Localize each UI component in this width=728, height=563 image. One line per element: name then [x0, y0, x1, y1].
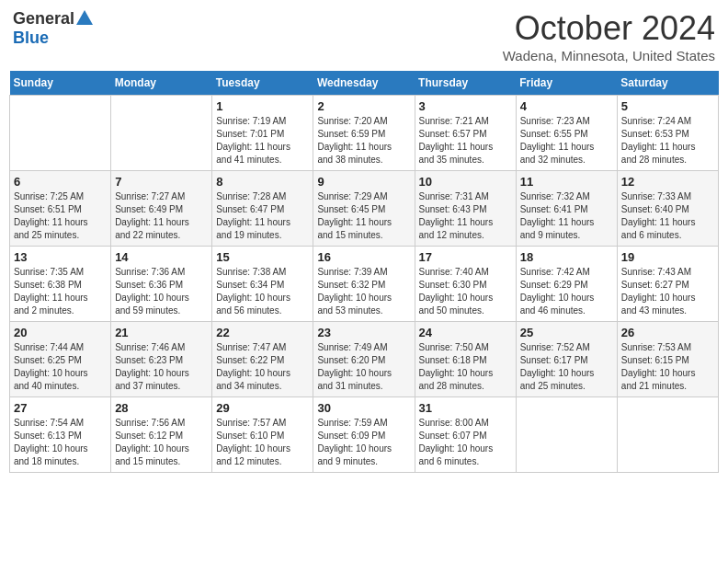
calendar-cell: 10Sunrise: 7:31 AM Sunset: 6:43 PM Dayli… [415, 171, 516, 247]
day-detail: Sunrise: 7:49 AM Sunset: 6:20 PM Dayligh… [317, 341, 410, 393]
logo-general-text: General [13, 9, 74, 29]
day-number: 15 [216, 250, 309, 264]
col-wednesday: Wednesday [313, 71, 415, 96]
day-number: 13 [14, 250, 107, 264]
day-number: 17 [419, 250, 512, 264]
calendar-cell: 26Sunrise: 7:53 AM Sunset: 6:15 PM Dayli… [617, 322, 718, 397]
calendar-cell: 8Sunrise: 7:28 AM Sunset: 6:47 PM Daylig… [212, 171, 313, 247]
calendar-table: Sunday Monday Tuesday Wednesday Thursday… [9, 71, 719, 473]
day-number: 28 [115, 401, 208, 415]
day-detail: Sunrise: 7:50 AM Sunset: 6:18 PM Dayligh… [419, 341, 512, 393]
calendar-cell: 28Sunrise: 7:56 AM Sunset: 6:12 PM Dayli… [111, 397, 212, 473]
calendar-cell: 23Sunrise: 7:49 AM Sunset: 6:20 PM Dayli… [313, 322, 415, 397]
day-number: 1 [216, 99, 309, 113]
calendar-cell: 29Sunrise: 7:57 AM Sunset: 6:10 PM Dayli… [212, 397, 313, 473]
calendar-cell: 27Sunrise: 7:54 AM Sunset: 6:13 PM Dayli… [10, 397, 111, 473]
month-title: October 2024 [503, 9, 715, 48]
header-row: Sunday Monday Tuesday Wednesday Thursday… [10, 71, 719, 96]
calendar-cell: 1Sunrise: 7:19 AM Sunset: 7:01 PM Daylig… [212, 96, 313, 171]
day-detail: Sunrise: 7:59 AM Sunset: 6:09 PM Dayligh… [317, 417, 410, 468]
day-detail: Sunrise: 7:25 AM Sunset: 6:51 PM Dayligh… [14, 190, 107, 242]
day-number: 12 [621, 175, 714, 189]
day-number: 26 [621, 326, 714, 339]
day-detail: Sunrise: 7:28 AM Sunset: 6:47 PM Dayligh… [216, 190, 309, 242]
day-number: 23 [317, 326, 410, 339]
day-number: 21 [115, 326, 208, 339]
day-detail: Sunrise: 7:32 AM Sunset: 6:41 PM Dayligh… [520, 190, 613, 242]
day-number: 19 [621, 250, 714, 264]
day-number: 31 [419, 401, 512, 415]
calendar-cell: 21Sunrise: 7:46 AM Sunset: 6:23 PM Dayli… [111, 322, 212, 397]
day-number: 5 [621, 99, 714, 113]
day-detail: Sunrise: 7:31 AM Sunset: 6:43 PM Dayligh… [419, 190, 512, 242]
location: Wadena, Minnesota, United States [503, 48, 715, 63]
col-friday: Friday [516, 71, 617, 96]
day-detail: Sunrise: 7:38 AM Sunset: 6:34 PM Dayligh… [216, 266, 309, 317]
day-detail: Sunrise: 7:24 AM Sunset: 6:53 PM Dayligh… [621, 115, 714, 167]
day-detail: Sunrise: 7:43 AM Sunset: 6:27 PM Dayligh… [621, 266, 714, 317]
col-saturday: Saturday [617, 71, 718, 96]
day-detail: Sunrise: 7:53 AM Sunset: 6:15 PM Dayligh… [621, 341, 714, 393]
day-number: 25 [520, 326, 613, 339]
day-detail: Sunrise: 8:00 AM Sunset: 6:07 PM Dayligh… [419, 417, 512, 468]
day-number: 27 [14, 401, 107, 415]
day-detail: Sunrise: 7:40 AM Sunset: 6:30 PM Dayligh… [419, 266, 512, 317]
day-number: 2 [317, 99, 410, 113]
day-number: 24 [419, 326, 512, 339]
day-detail: Sunrise: 7:47 AM Sunset: 6:22 PM Dayligh… [216, 341, 309, 393]
calendar-cell: 22Sunrise: 7:47 AM Sunset: 6:22 PM Dayli… [212, 322, 313, 397]
calendar-cell [516, 397, 617, 473]
calendar-cell: 6Sunrise: 7:25 AM Sunset: 6:51 PM Daylig… [10, 171, 111, 247]
calendar-cell: 9Sunrise: 7:29 AM Sunset: 6:45 PM Daylig… [313, 171, 415, 247]
calendar-cell: 13Sunrise: 7:35 AM Sunset: 6:38 PM Dayli… [10, 247, 111, 322]
calendar-cell: 12Sunrise: 7:33 AM Sunset: 6:40 PM Dayli… [617, 171, 718, 247]
day-detail: Sunrise: 7:27 AM Sunset: 6:49 PM Dayligh… [115, 190, 208, 242]
day-detail: Sunrise: 7:56 AM Sunset: 6:12 PM Dayligh… [115, 417, 208, 468]
day-number: 7 [115, 175, 208, 189]
day-number: 6 [14, 175, 107, 189]
calendar-cell [111, 96, 212, 171]
day-detail: Sunrise: 7:19 AM Sunset: 7:01 PM Dayligh… [216, 115, 309, 167]
calendar-cell: 11Sunrise: 7:32 AM Sunset: 6:41 PM Dayli… [516, 171, 617, 247]
day-number: 10 [419, 175, 512, 189]
day-number: 14 [115, 250, 208, 264]
calendar-cell: 31Sunrise: 8:00 AM Sunset: 6:07 PM Dayli… [415, 397, 516, 473]
day-detail: Sunrise: 7:57 AM Sunset: 6:10 PM Dayligh… [216, 417, 309, 468]
calendar-week-4: 20Sunrise: 7:44 AM Sunset: 6:25 PM Dayli… [10, 322, 719, 397]
calendar-cell: 16Sunrise: 7:39 AM Sunset: 6:32 PM Dayli… [313, 247, 415, 322]
day-number: 8 [216, 175, 309, 189]
logo: General Blue [13, 9, 93, 48]
calendar-cell: 18Sunrise: 7:42 AM Sunset: 6:29 PM Dayli… [516, 247, 617, 322]
day-detail: Sunrise: 7:44 AM Sunset: 6:25 PM Dayligh… [14, 341, 107, 393]
calendar-cell: 19Sunrise: 7:43 AM Sunset: 6:27 PM Dayli… [617, 247, 718, 322]
day-number: 11 [520, 175, 613, 189]
day-detail: Sunrise: 7:36 AM Sunset: 6:36 PM Dayligh… [115, 266, 208, 317]
day-detail: Sunrise: 7:39 AM Sunset: 6:32 PM Dayligh… [317, 266, 410, 317]
calendar-cell: 7Sunrise: 7:27 AM Sunset: 6:49 PM Daylig… [111, 171, 212, 247]
day-detail: Sunrise: 7:52 AM Sunset: 6:17 PM Dayligh… [520, 341, 613, 393]
calendar-cell: 30Sunrise: 7:59 AM Sunset: 6:09 PM Dayli… [313, 397, 415, 473]
calendar-cell: 15Sunrise: 7:38 AM Sunset: 6:34 PM Dayli… [212, 247, 313, 322]
day-detail: Sunrise: 7:54 AM Sunset: 6:13 PM Dayligh… [14, 417, 107, 468]
day-number: 29 [216, 401, 309, 415]
day-detail: Sunrise: 7:21 AM Sunset: 6:57 PM Dayligh… [419, 115, 512, 167]
day-number: 9 [317, 175, 410, 189]
logo-icon [76, 10, 93, 25]
day-number: 3 [419, 99, 512, 113]
col-thursday: Thursday [415, 71, 516, 96]
calendar-cell: 17Sunrise: 7:40 AM Sunset: 6:30 PM Dayli… [415, 247, 516, 322]
col-sunday: Sunday [10, 71, 111, 96]
col-monday: Monday [111, 71, 212, 96]
day-detail: Sunrise: 7:35 AM Sunset: 6:38 PM Dayligh… [14, 266, 107, 317]
col-tuesday: Tuesday [212, 71, 313, 96]
calendar-cell: 4Sunrise: 7:23 AM Sunset: 6:55 PM Daylig… [516, 96, 617, 171]
calendar-cell: 3Sunrise: 7:21 AM Sunset: 6:57 PM Daylig… [415, 96, 516, 171]
calendar-cell: 5Sunrise: 7:24 AM Sunset: 6:53 PM Daylig… [617, 96, 718, 171]
calendar-week-2: 6Sunrise: 7:25 AM Sunset: 6:51 PM Daylig… [10, 171, 719, 247]
day-detail: Sunrise: 7:29 AM Sunset: 6:45 PM Dayligh… [317, 190, 410, 242]
day-number: 30 [317, 401, 410, 415]
calendar-week-3: 13Sunrise: 7:35 AM Sunset: 6:38 PM Dayli… [10, 247, 719, 322]
calendar-cell: 20Sunrise: 7:44 AM Sunset: 6:25 PM Dayli… [10, 322, 111, 397]
calendar-cell: 25Sunrise: 7:52 AM Sunset: 6:17 PM Dayli… [516, 322, 617, 397]
day-number: 22 [216, 326, 309, 339]
